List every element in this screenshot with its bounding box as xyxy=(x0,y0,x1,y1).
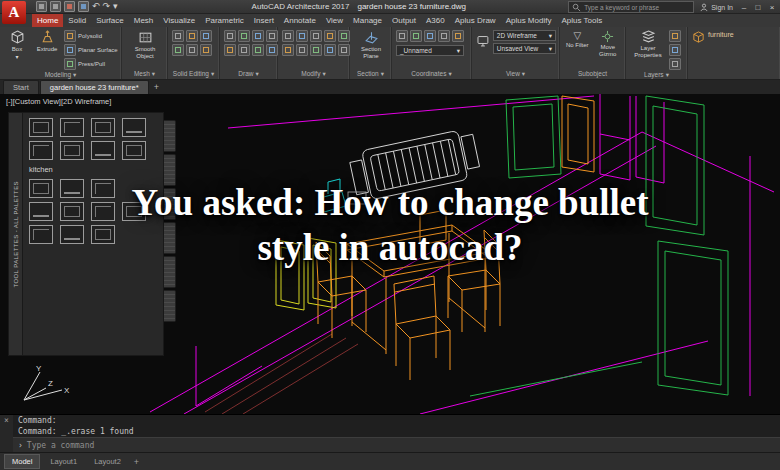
ucs-name-dropdown[interactable]: _Unnamed ▾ xyxy=(396,45,464,56)
hatch-icon[interactable] xyxy=(252,44,264,56)
shell-icon[interactable] xyxy=(200,44,212,56)
panel-label-subobject[interactable]: Subobject xyxy=(560,69,625,79)
ribbon-tab-output[interactable]: Output xyxy=(387,14,421,27)
panel-label-view[interactable]: View ▾ xyxy=(472,69,559,79)
panel-label-solid-editing[interactable]: Solid Editing ▾ xyxy=(168,69,219,79)
planar-surface-button[interactable]: Planar Surface xyxy=(64,44,118,56)
arc-icon[interactable] xyxy=(266,30,278,42)
erase-icon[interactable] xyxy=(338,44,350,56)
ribbon-tab-mesh[interactable]: Mesh xyxy=(129,14,159,27)
open-file-icon[interactable] xyxy=(50,1,61,12)
copy-icon[interactable] xyxy=(324,30,336,42)
new-layout-button[interactable]: + xyxy=(131,457,142,467)
layout2-tab[interactable]: Layout2 xyxy=(87,455,128,468)
array-icon[interactable] xyxy=(310,44,322,56)
help-search-input[interactable]: Type a keyword or phrase xyxy=(568,1,694,13)
undo-icon[interactable]: ↶ xyxy=(92,2,100,11)
move-icon[interactable] xyxy=(282,30,294,42)
no-filter-button[interactable]: ▽ No Filter xyxy=(564,30,591,69)
stretch-icon[interactable] xyxy=(282,44,294,56)
scale-icon[interactable] xyxy=(296,44,308,56)
palette-tool[interactable] xyxy=(29,225,53,244)
viewport-controls[interactable]: [-][Custom View][2D Wireframe] xyxy=(6,97,111,106)
palette-tool[interactable] xyxy=(60,141,84,160)
maximize-button[interactable]: □ xyxy=(753,3,763,12)
extrude-button[interactable]: Extrude xyxy=(33,30,61,70)
app-menu-button[interactable]: A xyxy=(2,1,26,24)
polysolid-button[interactable]: Polysolid xyxy=(64,30,118,42)
palette-tab[interactable] xyxy=(164,256,176,288)
palette-tool[interactable] xyxy=(91,225,115,244)
ribbon-tab-visualize[interactable]: Visualize xyxy=(158,14,200,27)
offset-icon[interactable] xyxy=(324,44,336,56)
palette-tool[interactable] xyxy=(29,141,53,160)
plot-icon[interactable] xyxy=(78,1,89,12)
palette-tool[interactable] xyxy=(60,225,84,244)
panel-label-section[interactable]: Section ▾ xyxy=(350,69,391,79)
ribbon-tab-home[interactable]: Home xyxy=(32,14,63,27)
spline-icon[interactable] xyxy=(266,44,278,56)
palette-tab[interactable] xyxy=(164,188,176,220)
command-input[interactable]: › Type a command xyxy=(13,437,780,452)
visual-style-dropdown[interactable]: 2D Wireframe ▾ xyxy=(493,30,556,41)
view-name-dropdown[interactable]: Unsaved View ▾ xyxy=(493,43,556,54)
palette-tool[interactable] xyxy=(122,118,146,137)
ribbon-tab-annotate[interactable]: Annotate xyxy=(279,14,321,27)
union-icon[interactable] xyxy=(172,30,184,42)
mirror-icon[interactable] xyxy=(338,30,350,42)
ribbon-tab-aplus-modify[interactable]: Aplus Modify xyxy=(501,14,557,27)
ribbon-tab-a360[interactable]: A360 xyxy=(421,14,450,27)
command-close-button[interactable]: × xyxy=(0,415,13,452)
palette-tool[interactable] xyxy=(60,202,84,221)
ribbon-tab-parametric[interactable]: Parametric xyxy=(200,14,249,27)
circle-icon[interactable] xyxy=(252,30,264,42)
palette-tool[interactable] xyxy=(29,179,53,198)
file-tab-start[interactable]: Start xyxy=(3,80,39,94)
ucs-view-icon[interactable] xyxy=(452,30,464,42)
palette-tool[interactable] xyxy=(91,179,115,198)
polyline-icon[interactable] xyxy=(238,30,250,42)
rotate-icon[interactable] xyxy=(296,30,308,42)
panel-label-modify[interactable]: Modify ▾ xyxy=(278,69,349,79)
ribbon-tab-insert[interactable]: Insert xyxy=(249,14,279,27)
save-icon[interactable] xyxy=(64,1,75,12)
panel-label-coordinates[interactable]: Coordinates ▾ xyxy=(392,69,471,79)
panel-label-layers[interactable]: Layers ▾ xyxy=(626,70,687,80)
press-pull-button[interactable]: Press/Pull xyxy=(64,58,118,70)
ellipse-icon[interactable] xyxy=(238,44,250,56)
furniture-tool[interactable]: furniture xyxy=(688,27,780,48)
palette-tool[interactable] xyxy=(91,202,115,221)
model-space-viewport[interactable]: [-][Custom View][2D Wireframe] TOOL PALE… xyxy=(0,94,780,414)
line-icon[interactable] xyxy=(224,30,236,42)
panel-label-mesh[interactable]: Mesh ▾ xyxy=(122,69,167,79)
palette-tab[interactable] xyxy=(164,120,176,152)
palette-tool[interactable] xyxy=(91,141,115,160)
move-gizmo-button[interactable]: Move Gizmo xyxy=(594,30,622,69)
smooth-object-button[interactable]: Smooth Object xyxy=(126,30,164,69)
qat-dropdown-icon[interactable]: ▾ xyxy=(113,2,118,11)
palette-tool[interactable] xyxy=(29,118,53,137)
minimize-button[interactable]: – xyxy=(739,3,749,12)
ucs-world-icon[interactable] xyxy=(396,30,408,42)
ribbon-tab-aplus-draw[interactable]: Aplus Draw xyxy=(450,14,501,27)
subtract-icon[interactable] xyxy=(186,30,198,42)
slice-icon[interactable] xyxy=(172,44,184,56)
rectangle-icon[interactable] xyxy=(224,44,236,56)
trim-icon[interactable] xyxy=(310,30,322,42)
palette-tool[interactable] xyxy=(122,202,146,221)
layer-properties-button[interactable]: Layer Properties xyxy=(630,30,666,70)
palette-tab[interactable] xyxy=(164,290,176,322)
palette-tool[interactable] xyxy=(60,179,84,198)
palette-tool[interactable] xyxy=(122,141,146,160)
fillet-edge-icon[interactable] xyxy=(186,44,198,56)
layer-freeze-icon[interactable] xyxy=(669,58,681,70)
ribbon-tab-manage[interactable]: Manage xyxy=(348,14,387,27)
panel-label-modeling[interactable]: Modeling ▾ xyxy=(0,70,121,80)
sign-in-button[interactable]: Sign In xyxy=(700,3,733,12)
ribbon-tab-aplus-tools[interactable]: Aplus Tools xyxy=(556,14,607,27)
ribbon-tab-surface[interactable]: Surface xyxy=(91,14,129,27)
ucs-origin-icon[interactable] xyxy=(424,30,436,42)
palette-tool[interactable] xyxy=(60,118,84,137)
palette-tab[interactable] xyxy=(164,222,176,254)
layer-state-icon[interactable] xyxy=(669,30,681,42)
